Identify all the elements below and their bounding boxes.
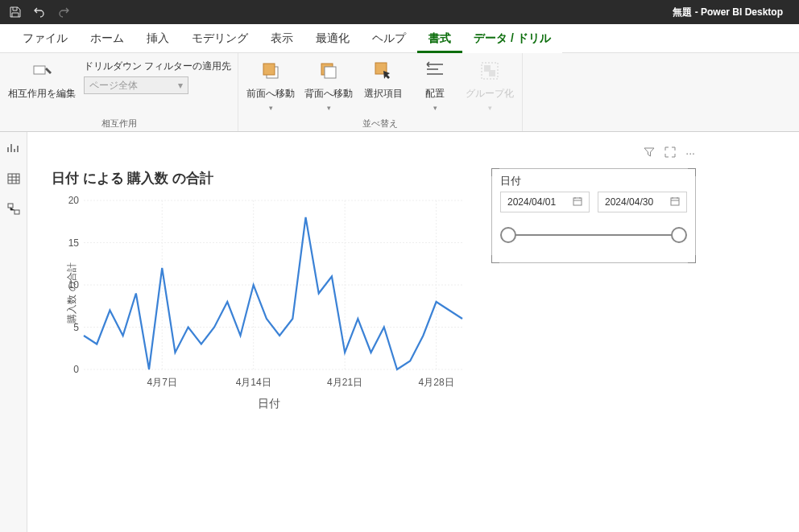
svg-text:4月21日: 4月21日 (327, 377, 362, 388)
date-to-value: 2024/04/30 (605, 196, 653, 208)
slider-handle-right[interactable] (671, 227, 687, 243)
tab-optimize[interactable]: 最適化 (304, 24, 361, 53)
svg-rect-8 (489, 70, 495, 76)
group-icon (477, 58, 503, 84)
group-arrange-label: 並べ替え (245, 116, 515, 130)
filter-icon[interactable] (644, 146, 655, 160)
chevron-down-icon: ▾ (178, 80, 183, 91)
slider-track (507, 234, 681, 236)
svg-text:0: 0 (73, 364, 79, 375)
send-backward-label: 背面へ移動 (304, 87, 353, 101)
drill-filter-dropdown[interactable]: ページ全体 ▾ (84, 76, 188, 94)
tab-data-drill[interactable]: データ / ドリル (462, 24, 562, 53)
model-view-icon[interactable] (6, 201, 22, 217)
bring-forward-button[interactable]: 前面へ移動 ▾ (245, 56, 296, 113)
svg-rect-31 (671, 198, 679, 205)
edit-interactions-button[interactable]: 相互作用を編集 (6, 56, 77, 102)
group-label: グループ化 (466, 87, 514, 101)
svg-text:20: 20 (68, 195, 80, 206)
svg-text:4月14日: 4月14日 (236, 377, 271, 388)
drill-filter-value: ページ全体 (89, 79, 138, 93)
selection-label: 選択項目 (364, 87, 403, 101)
calendar-icon[interactable] (670, 196, 680, 208)
svg-text:15: 15 (68, 237, 80, 249)
svg-rect-10 (8, 204, 13, 208)
svg-rect-2 (263, 64, 275, 75)
drill-filter-label: ドリルダウン フィルターの適用先 (84, 60, 231, 73)
chart-plot: 購入数 の合計 051015204月7日4月14日4月21日4月28日 (52, 192, 470, 394)
ribbon: 相互作用を編集 ドリルダウン フィルターの適用先 ページ全体 ▾ 相互作用 前面… (0, 53, 799, 132)
visual-header: ··· (644, 146, 695, 160)
date-to-input[interactable]: 2024/04/30 (598, 192, 687, 212)
edit-interactions-label: 相互作用を編集 (8, 87, 76, 101)
tab-modeling[interactable]: モデリング (180, 24, 259, 53)
align-button[interactable]: 配置 ▾ (412, 56, 457, 113)
y-axis-label: 購入数 の合計 (65, 262, 79, 323)
interactions-icon (29, 58, 55, 84)
slider-handle-left[interactable] (500, 227, 516, 243)
calendar-icon[interactable] (573, 196, 582, 208)
tab-file[interactable]: ファイル (11, 24, 79, 53)
report-canvas[interactable]: 日付 による 購入数 の合計 購入数 の合計 051015204月7日4月14日… (27, 132, 799, 532)
tab-help[interactable]: ヘルプ (361, 24, 417, 53)
title-bar: 無題 - Power BI Desktop (0, 0, 799, 24)
table-view-icon[interactable] (6, 171, 22, 187)
align-label: 配置 (425, 87, 445, 101)
svg-rect-30 (573, 198, 582, 205)
tab-view[interactable]: 表示 (259, 24, 304, 53)
tab-home[interactable]: ホーム (79, 24, 135, 53)
bring-forward-label: 前面へ移動 (246, 87, 295, 101)
svg-rect-9 (8, 174, 19, 184)
group-button: グループ化 ▾ (464, 56, 515, 113)
send-backward-button[interactable]: 背面へ移動 ▾ (303, 56, 354, 113)
svg-text:4月7日: 4月7日 (147, 377, 177, 388)
chevron-down-icon: ▾ (488, 104, 492, 112)
selection-icon (371, 58, 396, 84)
chevron-down-icon: ▾ (269, 104, 273, 112)
tab-insert[interactable]: 挿入 (135, 24, 180, 53)
svg-rect-4 (325, 67, 336, 78)
svg-rect-11 (14, 210, 19, 214)
svg-rect-0 (34, 66, 45, 74)
view-switcher (0, 132, 27, 532)
focus-mode-icon[interactable] (664, 146, 676, 160)
slicer-title: 日付 (492, 169, 695, 192)
slicer-visual[interactable]: ··· 日付 2024/04/01 2024/04/30 (491, 168, 696, 263)
group-interactions-label: 相互作用 (6, 116, 231, 130)
window-title: 無題 - Power BI Desktop (0, 6, 799, 19)
more-options-icon[interactable]: ··· (685, 146, 695, 160)
chevron-down-icon: ▾ (433, 104, 437, 112)
align-icon (422, 58, 448, 84)
date-from-input[interactable]: 2024/04/01 (500, 192, 590, 212)
send-backward-icon (316, 58, 342, 84)
chart-visual[interactable]: 日付 による 購入数 の合計 購入数 の合計 051015204月7日4月14日… (52, 169, 486, 411)
report-view-icon[interactable] (6, 140, 22, 156)
x-axis-label: 日付 (52, 397, 486, 411)
tab-format[interactable]: 書式 (417, 24, 462, 53)
selection-button[interactable]: 選択項目 (361, 56, 406, 102)
chart-title: 日付 による 購入数 の合計 (52, 169, 486, 188)
date-from-value: 2024/04/01 (507, 196, 556, 208)
menu-bar: ファイル ホーム 挿入 モデリング 表示 最適化 ヘルプ 書式 データ / ドリ… (0, 24, 799, 53)
chevron-down-icon: ▾ (327, 104, 331, 112)
bring-forward-icon (258, 58, 284, 84)
svg-text:4月28日: 4月28日 (419, 377, 454, 388)
range-slider[interactable] (500, 227, 687, 243)
